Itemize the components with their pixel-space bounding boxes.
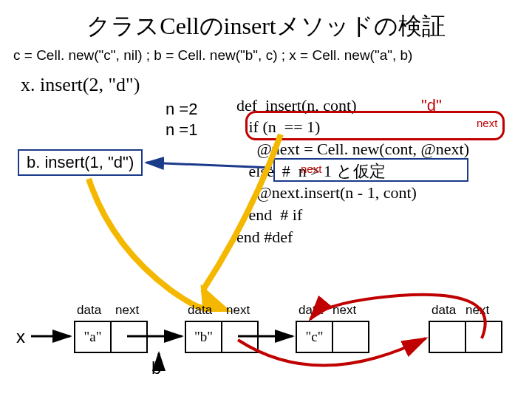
x-var-label: x	[16, 327, 25, 347]
cell-a-next	[112, 322, 146, 352]
header-next-1: next	[115, 303, 139, 318]
call-b-insert: b. insert(1, "d")	[18, 149, 143, 176]
header-data-3: data	[299, 303, 323, 318]
n-equals-2: n =2	[166, 99, 197, 120]
cell-a: "a"	[74, 321, 148, 353]
cell-b-next	[222, 322, 257, 352]
cell-list-diagram: x b data next data next data next data n…	[0, 281, 532, 384]
cell-new-data	[430, 322, 466, 352]
code-line-6: end # if	[236, 205, 302, 224]
highlight-box	[273, 158, 468, 182]
code-line-7: end #def	[236, 228, 293, 246]
code-line-3: @next = Cell. new(cont, @next)	[236, 140, 469, 158]
main-diagram: x. insert(2, "d") n =2 n =1 b. insert(1,…	[0, 68, 532, 312]
header-next-4: next	[466, 303, 489, 318]
b-var-label: b	[151, 358, 161, 378]
cell-b: "b"	[185, 321, 259, 353]
code-line-5: @next.insert(n - 1, cont)	[236, 183, 417, 202]
header-data-1: data	[77, 303, 101, 318]
cell-c-data: "c"	[297, 322, 333, 352]
setup-code: c = Cell. new("c", nil) ; b = Cell. new(…	[0, 47, 532, 68]
cell-new	[429, 321, 502, 353]
cell-c-next	[333, 322, 368, 352]
cell-b-data: "b"	[186, 322, 222, 352]
cell-new-next	[466, 322, 501, 352]
n-equals-1: n =1	[166, 120, 197, 140]
highlight-oval	[245, 111, 505, 140]
d-annotation: "d"	[421, 96, 442, 115]
page-title: クラスCellのinsertメソッドの検証	[0, 0, 532, 47]
header-data-4: data	[432, 303, 456, 318]
next-annotation-1: next	[477, 117, 497, 129]
header-data-2: data	[188, 303, 212, 318]
cell-a-data: "a"	[75, 322, 112, 352]
header-next-2: next	[226, 303, 250, 318]
n-values: n =2 n =1	[166, 99, 197, 140]
call-x-insert: x. insert(2, "d")	[21, 74, 140, 96]
cell-c: "c"	[296, 321, 369, 353]
header-next-3: next	[332, 303, 356, 318]
